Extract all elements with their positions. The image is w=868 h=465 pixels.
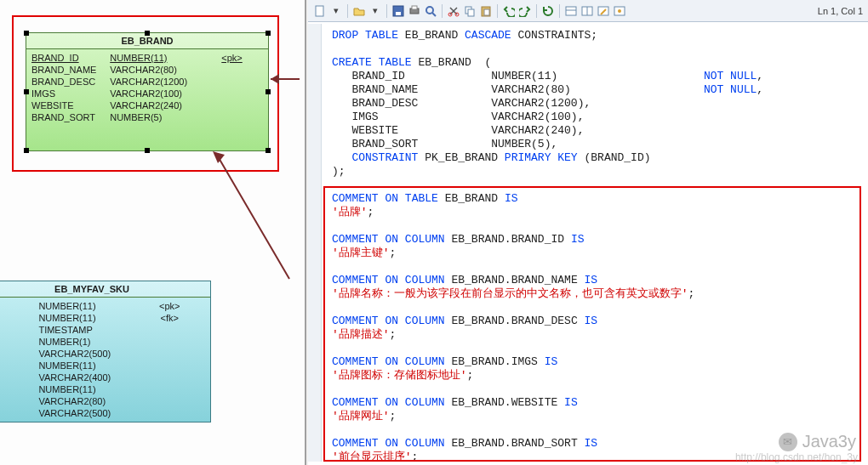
view2-icon[interactable] [580, 4, 594, 18]
resize-handle[interactable] [24, 148, 29, 153]
col-type: VARCHAR2(500) [38, 348, 123, 360]
sql-editor-panel: ▾ ▾ Ln 1, Col 1 DROP TABLE EB_BRAND CASC… [308, 0, 868, 465]
cursor-position: Ln 1, Col 1 [818, 6, 863, 16]
new-file-icon[interactable] [313, 4, 327, 18]
paste-icon[interactable] [479, 4, 493, 18]
col-type: VARCHAR2(80) [38, 395, 123, 407]
col-type: VARCHAR2(1200) [110, 76, 191, 88]
col-name: O [0, 312, 28, 324]
separator [442, 4, 443, 18]
col-name: BRAND_SORT [31, 111, 100, 123]
redo-icon[interactable] [518, 4, 532, 18]
separator [386, 4, 387, 18]
svg-rect-15 [566, 7, 576, 15]
options-icon[interactable] [613, 4, 626, 18]
svg-rect-12 [468, 9, 474, 16]
erd-canvas[interactable]: EB_BRAND BRAND_ID BRAND_NAME BRAND_DESC … [0, 0, 306, 465]
refresh-icon[interactable] [541, 4, 555, 18]
col-key: <pk> [201, 52, 263, 64]
find-icon[interactable] [424, 4, 437, 18]
watermark-text: Java3y [802, 432, 856, 451]
col-type: VARCHAR2(100) [110, 88, 191, 99]
svg-point-7 [426, 7, 433, 14]
col-type: VARCHAR2(80) [110, 64, 191, 76]
col-type: NUMBER(1) [38, 336, 123, 348]
resize-handle[interactable] [266, 89, 271, 94]
col-name: BRAND_ID [31, 52, 100, 64]
wechat-icon: ✉ [779, 433, 797, 451]
relation-line [213, 151, 298, 287]
open-file-icon[interactable] [352, 4, 366, 18]
col-name: IMGS [31, 88, 100, 99]
col-key: <fk> [134, 312, 205, 324]
col-name: BRAND_NAME [31, 64, 100, 76]
svg-rect-14 [484, 9, 489, 15]
col-type: NUMBER(11) [110, 52, 191, 64]
cut-icon[interactable] [447, 4, 460, 18]
svg-rect-6 [412, 6, 417, 9]
sql-code-editor[interactable]: DROP TABLE EB_BRAND CASCADE CONSTRAINTS;… [323, 24, 865, 462]
gutter [308, 24, 322, 462]
resize-handle[interactable] [145, 31, 150, 36]
separator [536, 4, 537, 18]
entity-columns: U_ID O NUMBER(11) NUMBER(11) TIMESTAMP N… [0, 298, 210, 422]
svg-line-8 [432, 13, 436, 16]
resize-handle[interactable] [24, 31, 29, 36]
col-type: VARCHAR2(500) [38, 407, 123, 419]
col-name: U_ID [0, 300, 28, 312]
separator [497, 4, 498, 18]
col-name: WEBSITE [31, 99, 100, 111]
resize-handle[interactable] [145, 148, 150, 153]
col-type: NUMBER(5) [110, 111, 191, 123]
svg-line-0 [218, 156, 289, 279]
watermark-url: http://blog.csdn.net/hon_3y [735, 451, 858, 463]
undo-icon[interactable] [502, 4, 516, 18]
col-name [0, 336, 28, 337]
resize-handle[interactable] [24, 89, 29, 94]
copy-icon[interactable] [463, 4, 477, 18]
col-type: NUMBER(11) [38, 360, 123, 371]
col-type: TIMESTAMP [38, 324, 123, 336]
watermark: ✉ Java3y [779, 432, 856, 451]
col-key [201, 71, 263, 72]
separator [347, 4, 348, 18]
col-type: VARCHAR2(400) [38, 371, 123, 383]
svg-rect-4 [396, 12, 401, 15]
col-name: BRAND_DESC [31, 76, 100, 88]
entity-eb-brand[interactable]: EB_BRAND BRAND_ID BRAND_NAME BRAND_DESC … [26, 32, 269, 151]
entity-columns: BRAND_ID BRAND_NAME BRAND_DESC IMGS WEBS… [26, 49, 268, 126]
toolbar: ▾ ▾ Ln 1, Col 1 [308, 0, 868, 22]
svg-rect-2 [316, 6, 323, 16]
edit-icon[interactable] [597, 4, 610, 18]
col-type: NUMBER(11) [38, 312, 123, 324]
entity-title: EB_MYFAV_SKU [0, 281, 210, 298]
view-icon[interactable] [564, 4, 578, 18]
col-type: VARCHAR2(240) [110, 99, 191, 111]
separator [559, 4, 560, 18]
col-key: <pk> [134, 300, 205, 312]
entity-eb-myfav-sku[interactable]: EB_MYFAV_SKU U_ID O NUMBER(11) NUMBER( [0, 281, 211, 422]
col-type: NUMBER(11) [38, 300, 123, 312]
print-icon[interactable] [408, 4, 421, 18]
save-icon[interactable] [391, 4, 405, 18]
svg-point-21 [618, 9, 621, 13]
dropdown-icon[interactable]: ▾ [329, 4, 343, 18]
arrow-head-icon [271, 74, 279, 84]
dropdown-icon[interactable]: ▾ [368, 4, 382, 18]
col-type: NUMBER(11) [38, 383, 123, 395]
resize-handle[interactable] [266, 31, 271, 36]
svg-marker-1 [213, 151, 225, 163]
